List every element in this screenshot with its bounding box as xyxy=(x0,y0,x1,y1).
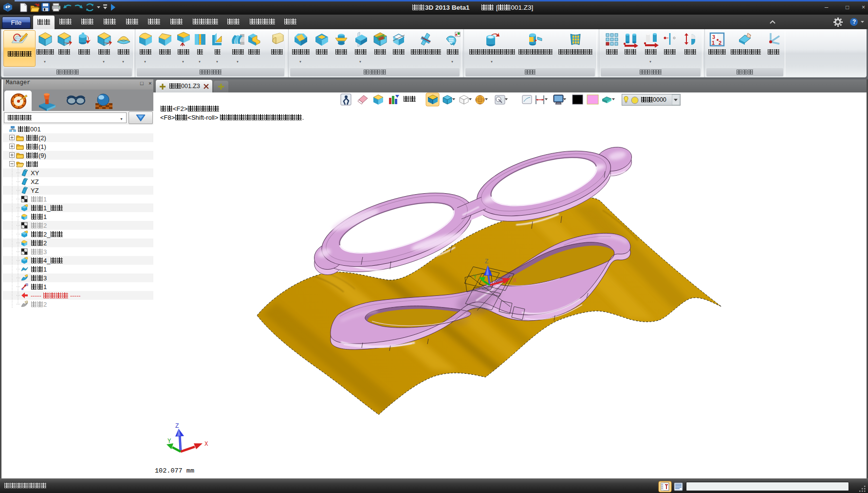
svg-text:X: X xyxy=(513,277,517,284)
svg-text:Y: Y xyxy=(473,274,477,280)
svg-text:Z: Z xyxy=(485,258,488,265)
svg-text:Z: Z xyxy=(175,423,179,430)
svg-text:2: 2 xyxy=(719,40,721,46)
svg-text:1: 1 xyxy=(712,40,715,46)
svg-text:?: ? xyxy=(852,18,856,25)
svg-text:X: X xyxy=(204,441,208,448)
svg-text:3: 3 xyxy=(712,34,715,40)
